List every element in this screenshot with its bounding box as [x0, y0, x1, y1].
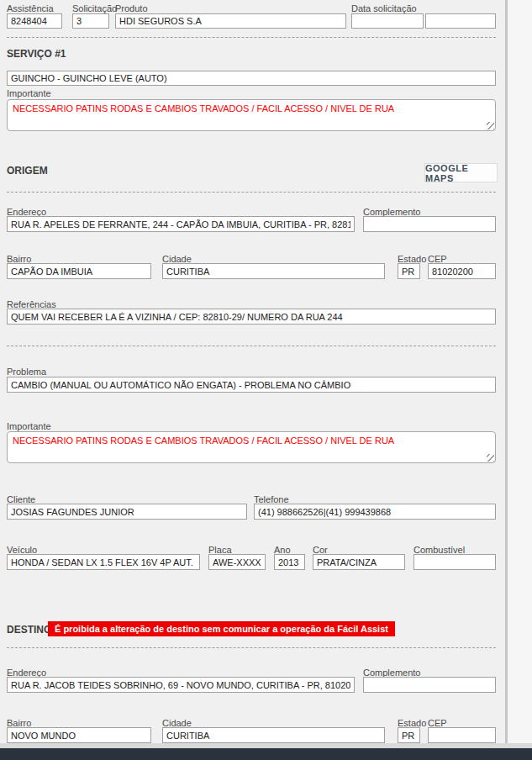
origem-cep-input[interactable]: [428, 263, 496, 279]
produto-input[interactable]: [115, 13, 346, 29]
origem-heading: ORIGEM: [7, 165, 48, 177]
origem-importante-textarea[interactable]: NECESSARIO PATINS RODAS E CAMBIOS TRAVAD…: [7, 431, 496, 463]
destino-warning-banner: É proibida a alteração de destino sem co…: [48, 621, 395, 636]
destino-cep-input[interactable]: [428, 727, 496, 743]
data-solicitacao-input-1[interactable]: [351, 13, 424, 29]
origem-referencias-input[interactable]: [7, 309, 496, 325]
solicitacao-input[interactable]: [72, 13, 109, 29]
produto-label: Produto: [115, 3, 148, 13]
bottom-bar: [0, 748, 532, 760]
destino-estado-input[interactable]: [398, 727, 420, 743]
destino-endereco-input[interactable]: [7, 677, 355, 693]
destino-bairro-input[interactable]: [7, 727, 151, 743]
separator: [7, 37, 496, 38]
origem-endereco-input[interactable]: [7, 216, 355, 232]
google-maps-button[interactable]: GOOGLE MAPS: [424, 163, 498, 182]
origem-cidade-input[interactable]: [162, 263, 385, 279]
separator: [7, 192, 496, 193]
cliente-input[interactable]: [7, 504, 247, 520]
origem-bairro-input[interactable]: [7, 263, 151, 279]
servico-heading: SERVIÇO #1: [7, 48, 66, 60]
separator: [7, 647, 496, 648]
right-margin: [508, 0, 532, 760]
assistencia-input[interactable]: [7, 13, 62, 29]
data-solicitacao-input-2[interactable]: [425, 13, 496, 29]
servico-tipo-input[interactable]: [7, 71, 496, 86]
placa-input[interactable]: [208, 554, 266, 570]
problema-input[interactable]: [7, 377, 496, 393]
destino-complemento-input[interactable]: [363, 677, 496, 693]
separator: [7, 346, 496, 346]
veiculo-input[interactable]: [7, 554, 200, 570]
ano-input[interactable]: [274, 554, 305, 570]
servico-importante-label: Importante: [7, 88, 51, 98]
destino-cidade-input[interactable]: [162, 727, 385, 743]
origem-estado-input[interactable]: [398, 263, 420, 279]
cor-input[interactable]: [313, 554, 405, 570]
telefone-input[interactable]: [254, 504, 496, 520]
origem-importante-label: Importante: [7, 421, 51, 431]
combustivel-input[interactable]: [413, 554, 496, 570]
data-solicitacao-label: Data solicitação: [351, 3, 417, 13]
origem-complemento-input[interactable]: [363, 216, 496, 232]
problema-label: Problema: [7, 367, 46, 377]
destino-heading: DESTINO: [7, 624, 51, 636]
solicitacao-label: Solicitação: [72, 3, 117, 13]
servico-importante-textarea[interactable]: NECESSARIO PATINS RODAS E CAMBIOS TRAVAD…: [7, 99, 496, 131]
assistencia-label: Assistência: [7, 3, 54, 13]
